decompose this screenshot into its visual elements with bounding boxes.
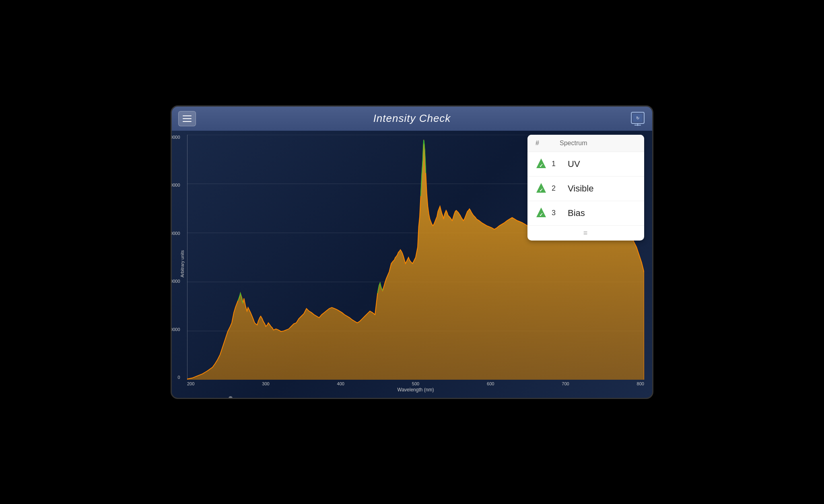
legend-row-3[interactable]: ✓ 3 Bias	[527, 201, 644, 226]
lamp-icon	[226, 395, 235, 399]
page-dots	[630, 398, 640, 399]
svg-text:↻: ↻	[636, 116, 639, 120]
legend-col-spectrum: Spectrum	[560, 140, 636, 147]
chart-inner: 50000 40000 30000 20000 10000 0	[187, 135, 644, 393]
legend-name-3: Bias	[568, 208, 636, 218]
legend-row-2[interactable]: ✓ 2 Visible	[527, 177, 644, 201]
svg-point-20	[227, 397, 234, 399]
header: Intensity Check ↻	[172, 107, 652, 131]
legend-num-1: 1	[552, 160, 568, 168]
legend-panel: # Spectrum ✓ 1 UV	[527, 135, 644, 241]
chart-plot: 50000 40000 30000 20000 10000 0	[187, 135, 644, 380]
page-title: Intensity Check	[373, 112, 451, 125]
dot-1	[630, 398, 634, 399]
x-axis: 200 300 400 500 600 700 800	[187, 380, 644, 386]
device-frame: Intensity Check ↻ Arbitrary units 50000 …	[171, 105, 653, 399]
legend-num-3: 3	[552, 209, 568, 217]
legend-check-2: ✓	[536, 182, 547, 195]
legend-check-3: ✓	[536, 207, 547, 220]
legend-name-2: Visible	[568, 183, 636, 194]
status-left: Intensity Check	[184, 395, 235, 399]
device-icon: ↻	[630, 111, 646, 127]
legend-name-1: UV	[568, 159, 636, 169]
chart-container: Arbitrary units 50000 40000 30000 20000 …	[180, 135, 644, 393]
legend-header: # Spectrum	[527, 135, 644, 152]
svg-text:✓: ✓	[539, 212, 543, 218]
legend-num-2: 2	[552, 184, 568, 193]
legend-footer: ≡	[527, 226, 644, 241]
svg-text:✓: ✓	[539, 187, 543, 193]
main-content: Arbitrary units 50000 40000 30000 20000 …	[172, 131, 652, 399]
legend-row-1[interactable]: ✓ 1 UV	[527, 152, 644, 177]
legend-col-hash: #	[536, 140, 560, 147]
x-axis-label: Wavelength (nm)	[187, 387, 644, 393]
status-text: Intensity Check	[184, 397, 222, 399]
svg-point-21	[229, 396, 233, 399]
menu-button[interactable]	[178, 111, 196, 126]
svg-text:✓: ✓	[539, 163, 543, 169]
dot-2	[636, 398, 640, 399]
y-axis-ticks: 50000 40000 30000 20000 10000 0	[171, 135, 182, 380]
legend-check-1: ✓	[536, 158, 547, 171]
status-bar: Intensity Check	[180, 393, 644, 399]
drag-handle: ≡	[583, 229, 589, 237]
